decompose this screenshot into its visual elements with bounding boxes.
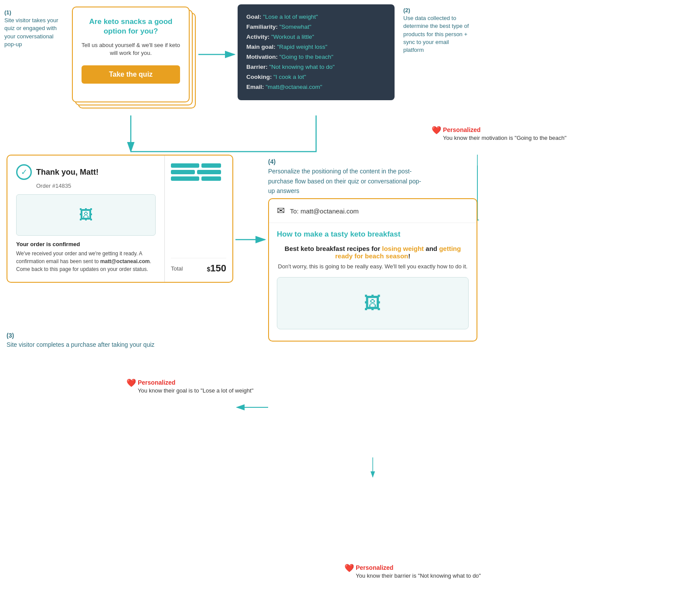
personalized-label-tr: Personalized: [443, 126, 566, 133]
step1-annotation: (1) Site visitor takes your quiz or enga…: [4, 9, 65, 48]
quiz-card-front: Are keto snacks a good option for you? T…: [72, 7, 190, 102]
product-image-icon: 🖼: [79, 207, 93, 223]
line-block: [171, 163, 199, 168]
line-block: [197, 170, 221, 174]
data-key: Motivation:: [246, 54, 278, 60]
personalized-label-br: Personalized: [356, 564, 481, 571]
take-quiz-button[interactable]: Take the quiz: [82, 65, 180, 84]
line-block: [171, 176, 199, 181]
product-image-box: 🖼: [16, 194, 156, 236]
headline-end: !: [408, 252, 410, 260]
badge-content-br: Personalized You know their barrier is "…: [356, 564, 481, 580]
step1-num: (1): [4, 9, 11, 16]
quiz-popup-stack: Are keto snacks a good option for you? T…: [72, 7, 196, 115]
quiz-popup-wrapper: Are keto snacks a good option for you? T…: [72, 7, 196, 115]
email-subject: How to make a tasty keto breakfast: [277, 230, 469, 239]
step1-text: Site visitor takes your quiz or engaged …: [4, 17, 58, 47]
order-card-left: ✓ Thank you, Matt! Order #14835 🖼 Your o…: [7, 156, 165, 282]
data-val: "Not knowing what to do": [269, 64, 335, 70]
order-confirmed-text: We've received your order and we're gett…: [16, 250, 156, 273]
data-box-line: Email: "matt@octaneai.com": [246, 82, 386, 92]
badge-content-tr: Personalized You know their motivation i…: [443, 126, 566, 142]
step2-num: (2): [403, 7, 410, 14]
data-val: "Somewhat": [279, 24, 311, 30]
step2-text: Use data collected to determine the best…: [403, 15, 469, 53]
data-val: "Going to the beach": [279, 54, 334, 60]
order-header: ✓ Thank you, Matt!: [16, 164, 156, 180]
data-box-line: Motivation: "Going to the beach": [246, 52, 386, 62]
email-headline: Best keto breakfast recipes for losing w…: [277, 245, 469, 260]
badge-content-bl: Personalized You know their goal is to "…: [138, 379, 253, 395]
email-image-icon: 🖼: [364, 293, 381, 313]
data-key: Goal:: [246, 14, 262, 20]
data-box-line: Barrier: "Not knowing what to do": [246, 62, 386, 72]
headline-text-2: and: [424, 245, 439, 252]
data-val: "Rapid weight loss": [277, 44, 327, 50]
data-box-line: Goal: "Lose a lot of weight": [246, 12, 386, 22]
data-key: Familiarity:: [246, 24, 278, 30]
step4-num: (4): [268, 158, 276, 165]
headline-text-1: Best keto breakfast recipes for: [285, 245, 382, 252]
order-number: Order #14835: [36, 183, 156, 189]
email-header: ✉ To: matt@octaneai.com: [269, 199, 477, 223]
email-image-box: 🖼: [277, 277, 469, 329]
personalized-sub-bl: You know their goal is to "Lose a lot of…: [138, 387, 253, 395]
total-label: Total: [171, 265, 183, 272]
line-row-3: [171, 176, 226, 181]
email-subtext: Don't worry, this is going to be really …: [277, 262, 469, 271]
data-key: Main goal:: [246, 44, 276, 50]
personalized-badge-barrier: ❤️ Personalized You know their barrier i…: [344, 564, 481, 580]
heart-icon-tr: ❤️: [432, 126, 441, 134]
line-row-1: [171, 163, 226, 168]
email-to: To: matt@octaneai.com: [290, 207, 359, 215]
line-block: [201, 176, 221, 181]
step4-text: Personalize the positioning of the conte…: [268, 168, 421, 194]
email-body: How to make a tasty keto breakfast Best …: [269, 223, 477, 341]
headline-orange-1: losing weight: [382, 245, 424, 252]
total-number: 150: [210, 263, 226, 274]
total-amount: $150: [207, 263, 226, 274]
line-block: [171, 170, 195, 174]
data-key: Barrier:: [246, 64, 268, 70]
personalized-sub-tr: You know their motivation is "Going to t…: [443, 134, 566, 142]
data-val: "Workout a little": [271, 34, 314, 40]
quiz-subtitle: Tell us about yourself & we'll see if ke…: [82, 41, 180, 57]
personalized-label-bl: Personalized: [138, 379, 253, 386]
data-key: Cooking:: [246, 74, 272, 80]
personalized-badge-motivation: ❤️ Personalized You know their motivatio…: [432, 126, 566, 142]
step2-annotation: (2) Use data collected to determine the …: [403, 7, 471, 54]
step4-annotation: (4) Personalize the positioning of the c…: [268, 157, 425, 196]
line-row-2: [171, 170, 226, 174]
order-confirmed-title: Your order is confirmed: [16, 241, 156, 247]
order-card-right: Total $150: [165, 156, 232, 282]
data-val: "I cook a lot": [273, 74, 306, 80]
step3-text: Site visitor completes a purchase after …: [7, 341, 154, 348]
order-title: Thank you, Matt!: [36, 168, 99, 177]
data-val: "Lose a lot of weight": [263, 14, 318, 20]
data-key: Email:: [246, 84, 264, 90]
data-val: "matt@octaneai.com": [266, 84, 322, 90]
email-icon: ✉: [277, 205, 285, 217]
checkmark-circle: ✓: [16, 164, 32, 180]
quiz-title: Are keto snacks a good option for you?: [82, 17, 180, 36]
heart-icon-bl: ❤️: [126, 379, 136, 387]
lines-group: [171, 163, 226, 181]
order-confirmation-card: ✓ Thank you, Matt! Order #14835 🖼 Your o…: [7, 155, 233, 283]
data-box-line: Main goal: "Rapid weight loss": [246, 42, 386, 52]
data-key: Activity:: [246, 34, 269, 40]
heart-icon-br: ❤️: [344, 564, 354, 572]
data-box-line: Cooking: "I cook a lot": [246, 72, 386, 82]
personalized-sub-br: You know their barrier is "Not knowing w…: [356, 572, 481, 580]
step3-num: (3): [7, 332, 14, 339]
step3-annotation: (3) Site visitor completes a purchase af…: [7, 331, 194, 349]
order-total-row: Total $150: [171, 258, 226, 274]
data-box-line: Familiarity: "Somewhat": [246, 22, 386, 32]
data-collected-box: Goal: "Lose a lot of weight"Familiarity:…: [238, 4, 395, 100]
personalized-badge-goal: ❤️ Personalized You know their goal is t…: [126, 379, 253, 395]
email-card: ✉ To: matt@octaneai.com How to make a ta…: [268, 198, 477, 342]
data-box-line: Activity: "Workout a little": [246, 32, 386, 42]
line-block: [201, 163, 221, 168]
